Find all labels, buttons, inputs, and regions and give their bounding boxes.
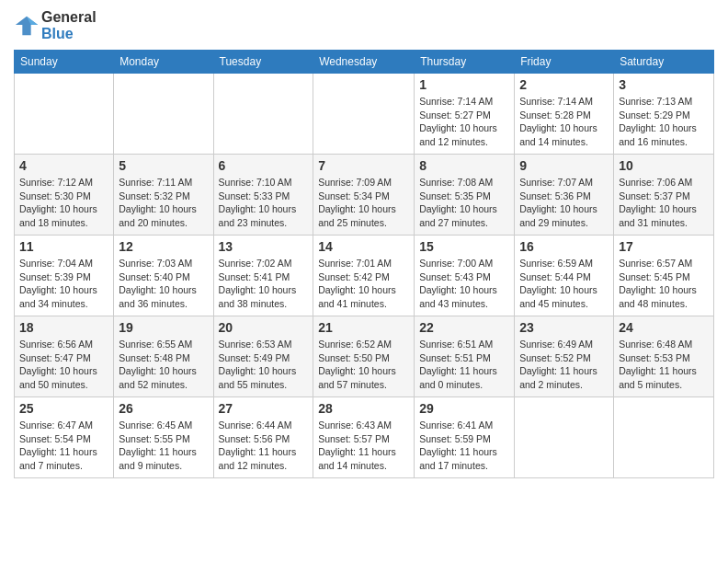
- day-cell: 2Sunrise: 7:14 AM Sunset: 5:28 PM Daylig…: [515, 74, 614, 155]
- day-cell: 1Sunrise: 7:14 AM Sunset: 5:27 PM Daylig…: [415, 74, 515, 155]
- col-header-monday: Monday: [114, 51, 213, 74]
- day-info: Sunrise: 7:14 AM Sunset: 5:27 PM Dayligh…: [419, 95, 509, 149]
- day-cell: [614, 397, 714, 478]
- day-number: 12: [119, 239, 208, 254]
- day-info: Sunrise: 6:41 AM Sunset: 5:59 PM Dayligh…: [419, 419, 509, 473]
- col-header-friday: Friday: [515, 51, 614, 74]
- week-row-3: 11Sunrise: 7:04 AM Sunset: 5:39 PM Dayli…: [15, 236, 714, 316]
- logo-icon: [14, 13, 40, 39]
- day-number: 29: [419, 401, 509, 416]
- day-cell: [213, 74, 313, 155]
- day-number: 8: [419, 158, 509, 173]
- day-cell: 29Sunrise: 6:41 AM Sunset: 5:59 PM Dayli…: [415, 397, 515, 478]
- day-number: 1: [419, 77, 509, 92]
- col-header-thursday: Thursday: [415, 51, 515, 74]
- day-info: Sunrise: 6:51 AM Sunset: 5:51 PM Dayligh…: [419, 338, 509, 392]
- day-cell: 7Sunrise: 7:09 AM Sunset: 5:34 PM Daylig…: [313, 155, 415, 236]
- day-cell: [15, 74, 114, 155]
- logo-text: General Blue: [41, 9, 97, 42]
- day-info: Sunrise: 7:01 AM Sunset: 5:42 PM Dayligh…: [318, 257, 409, 311]
- header-row: SundayMondayTuesdayWednesdayThursdayFrid…: [15, 51, 714, 74]
- day-number: 22: [419, 320, 509, 335]
- day-number: 25: [19, 401, 108, 416]
- day-cell: 5Sunrise: 7:11 AM Sunset: 5:32 PM Daylig…: [114, 155, 213, 236]
- day-info: Sunrise: 6:52 AM Sunset: 5:50 PM Dayligh…: [318, 338, 409, 392]
- day-cell: 6Sunrise: 7:10 AM Sunset: 5:33 PM Daylig…: [213, 155, 313, 236]
- day-info: Sunrise: 7:02 AM Sunset: 5:41 PM Dayligh…: [219, 257, 309, 311]
- col-header-tuesday: Tuesday: [213, 51, 313, 74]
- day-cell: 17Sunrise: 6:57 AM Sunset: 5:45 PM Dayli…: [614, 236, 714, 316]
- day-info: Sunrise: 7:09 AM Sunset: 5:34 PM Dayligh…: [318, 176, 409, 230]
- day-number: 24: [619, 320, 709, 335]
- day-info: Sunrise: 6:55 AM Sunset: 5:48 PM Dayligh…: [119, 338, 208, 392]
- day-cell: 25Sunrise: 6:47 AM Sunset: 5:54 PM Dayli…: [15, 397, 114, 478]
- day-cell: 26Sunrise: 6:45 AM Sunset: 5:55 PM Dayli…: [114, 397, 213, 478]
- day-info: Sunrise: 7:13 AM Sunset: 5:29 PM Dayligh…: [619, 95, 709, 149]
- day-cell: 24Sunrise: 6:48 AM Sunset: 5:53 PM Dayli…: [614, 316, 714, 397]
- day-cell: [313, 74, 415, 155]
- day-number: 9: [519, 158, 609, 173]
- day-info: Sunrise: 7:06 AM Sunset: 5:37 PM Dayligh…: [619, 176, 709, 230]
- day-cell: 12Sunrise: 7:03 AM Sunset: 5:40 PM Dayli…: [114, 236, 213, 316]
- day-info: Sunrise: 6:49 AM Sunset: 5:52 PM Dayligh…: [519, 338, 609, 392]
- day-cell: 28Sunrise: 6:43 AM Sunset: 5:57 PM Dayli…: [313, 397, 415, 478]
- day-number: 20: [219, 320, 309, 335]
- calendar-table: SundayMondayTuesdayWednesdayThursdayFrid…: [14, 50, 714, 478]
- day-cell: 19Sunrise: 6:55 AM Sunset: 5:48 PM Dayli…: [114, 316, 213, 397]
- day-cell: 10Sunrise: 7:06 AM Sunset: 5:37 PM Dayli…: [614, 155, 714, 236]
- logo: General Blue: [14, 9, 97, 42]
- day-info: Sunrise: 6:59 AM Sunset: 5:44 PM Dayligh…: [519, 257, 609, 311]
- day-number: 13: [219, 239, 309, 254]
- day-info: Sunrise: 7:12 AM Sunset: 5:30 PM Dayligh…: [19, 176, 108, 230]
- week-row-2: 4Sunrise: 7:12 AM Sunset: 5:30 PM Daylig…: [15, 155, 714, 236]
- day-info: Sunrise: 7:04 AM Sunset: 5:39 PM Dayligh…: [19, 257, 108, 311]
- day-number: 3: [619, 77, 709, 92]
- day-number: 27: [219, 401, 309, 416]
- day-cell: 20Sunrise: 6:53 AM Sunset: 5:49 PM Dayli…: [213, 316, 313, 397]
- day-number: 21: [318, 320, 409, 335]
- day-cell: 22Sunrise: 6:51 AM Sunset: 5:51 PM Dayli…: [415, 316, 515, 397]
- day-cell: 16Sunrise: 6:59 AM Sunset: 5:44 PM Dayli…: [515, 236, 614, 316]
- day-info: Sunrise: 6:43 AM Sunset: 5:57 PM Dayligh…: [318, 419, 409, 473]
- day-cell: [114, 74, 213, 155]
- col-header-wednesday: Wednesday: [313, 51, 415, 74]
- page-header: General Blue: [14, 9, 714, 42]
- day-cell: 3Sunrise: 7:13 AM Sunset: 5:29 PM Daylig…: [614, 74, 714, 155]
- day-info: Sunrise: 6:56 AM Sunset: 5:47 PM Dayligh…: [19, 338, 108, 392]
- day-cell: 8Sunrise: 7:08 AM Sunset: 5:35 PM Daylig…: [415, 155, 515, 236]
- day-info: Sunrise: 7:08 AM Sunset: 5:35 PM Dayligh…: [419, 176, 509, 230]
- day-number: 16: [519, 239, 609, 254]
- day-cell: [515, 397, 614, 478]
- day-number: 14: [318, 239, 409, 254]
- day-number: 15: [419, 239, 509, 254]
- day-info: Sunrise: 6:48 AM Sunset: 5:53 PM Dayligh…: [619, 338, 709, 392]
- day-info: Sunrise: 7:00 AM Sunset: 5:43 PM Dayligh…: [419, 257, 509, 311]
- day-cell: 4Sunrise: 7:12 AM Sunset: 5:30 PM Daylig…: [15, 155, 114, 236]
- week-row-5: 25Sunrise: 6:47 AM Sunset: 5:54 PM Dayli…: [15, 397, 714, 478]
- day-number: 28: [318, 401, 409, 416]
- day-number: 2: [519, 77, 609, 92]
- day-number: 23: [519, 320, 609, 335]
- day-number: 26: [119, 401, 208, 416]
- day-number: 17: [619, 239, 709, 254]
- day-cell: 18Sunrise: 6:56 AM Sunset: 5:47 PM Dayli…: [15, 316, 114, 397]
- day-cell: 9Sunrise: 7:07 AM Sunset: 5:36 PM Daylig…: [515, 155, 614, 236]
- week-row-1: 1Sunrise: 7:14 AM Sunset: 5:27 PM Daylig…: [15, 74, 714, 155]
- day-cell: 27Sunrise: 6:44 AM Sunset: 5:56 PM Dayli…: [213, 397, 313, 478]
- day-cell: 15Sunrise: 7:00 AM Sunset: 5:43 PM Dayli…: [415, 236, 515, 316]
- day-info: Sunrise: 6:45 AM Sunset: 5:55 PM Dayligh…: [119, 419, 208, 473]
- day-info: Sunrise: 7:14 AM Sunset: 5:28 PM Dayligh…: [519, 95, 609, 149]
- day-info: Sunrise: 7:10 AM Sunset: 5:33 PM Dayligh…: [219, 176, 309, 230]
- day-info: Sunrise: 6:47 AM Sunset: 5:54 PM Dayligh…: [19, 419, 108, 473]
- week-row-4: 18Sunrise: 6:56 AM Sunset: 5:47 PM Dayli…: [15, 316, 714, 397]
- day-number: 19: [119, 320, 208, 335]
- day-cell: 23Sunrise: 6:49 AM Sunset: 5:52 PM Dayli…: [515, 316, 614, 397]
- day-number: 11: [19, 239, 108, 254]
- day-info: Sunrise: 7:11 AM Sunset: 5:32 PM Dayligh…: [119, 176, 208, 230]
- day-cell: 13Sunrise: 7:02 AM Sunset: 5:41 PM Dayli…: [213, 236, 313, 316]
- day-number: 7: [318, 158, 409, 173]
- day-cell: 21Sunrise: 6:52 AM Sunset: 5:50 PM Dayli…: [313, 316, 415, 397]
- day-cell: 14Sunrise: 7:01 AM Sunset: 5:42 PM Dayli…: [313, 236, 415, 316]
- day-cell: 11Sunrise: 7:04 AM Sunset: 5:39 PM Dayli…: [15, 236, 114, 316]
- day-number: 10: [619, 158, 709, 173]
